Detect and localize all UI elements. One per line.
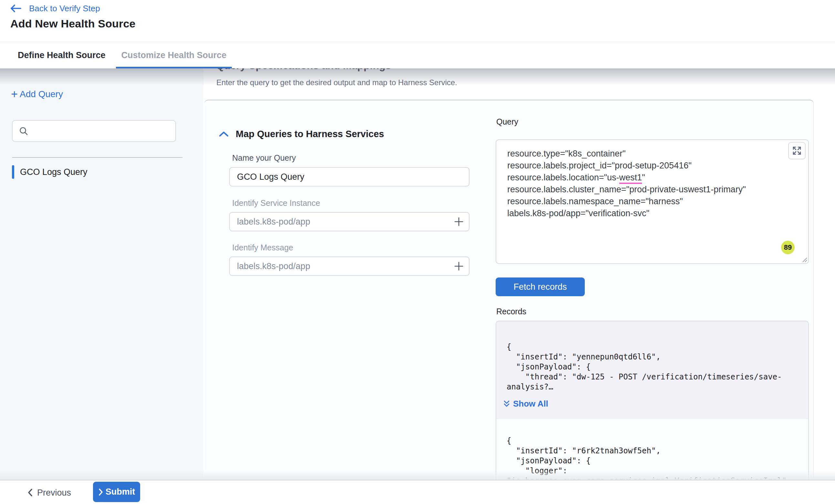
- character-count-badge: 89: [781, 241, 795, 254]
- expand-icon: [792, 146, 801, 155]
- chevron-right-icon: [98, 488, 103, 496]
- query-mapping-card: Map Queries to Harness Services Name you…: [204, 100, 814, 480]
- section-subtitle: Enter the query to get the desired outpu…: [216, 78, 457, 87]
- query-sidebar: + Add Query GCO Logs Query: [0, 68, 203, 480]
- add-message-button[interactable]: [452, 260, 465, 273]
- query-textarea[interactable]: resource.type="k8s_container"resource.la…: [496, 140, 809, 264]
- plus-icon: +: [11, 90, 18, 99]
- page-title: Add New Health Source: [10, 17, 136, 30]
- service-instance-input[interactable]: [229, 212, 469, 231]
- identify-message-label: Identify Message: [232, 243, 293, 252]
- section-title: Query Specifications and Mappings: [216, 68, 391, 71]
- name-query-label: Name your Query: [232, 153, 296, 163]
- arrow-left-icon: [10, 4, 22, 13]
- search-input[interactable]: [33, 121, 175, 141]
- record-1-json: { "insertId": "yennepun0qtd6ll6", "jsonP…: [496, 321, 808, 392]
- records-label: Records: [496, 307, 526, 316]
- show-all-label: Show All: [513, 399, 548, 409]
- main-panel: Query Specifications and Mappings Enter …: [203, 68, 835, 480]
- records-container: { "insertId": "yennepun0qtd6ll6", "jsonP…: [496, 321, 809, 480]
- query-code: resource.type="k8s_container"resource.la…: [496, 140, 808, 219]
- add-service-instance-button[interactable]: [452, 215, 465, 228]
- double-chevron-down-icon: [503, 400, 510, 408]
- sidebar-item-gco-logs-query[interactable]: GCO Logs Query: [12, 165, 87, 179]
- header: Back to Verify Step Add New Health Sourc…: [0, 0, 835, 42]
- identify-message-input[interactable]: [229, 256, 469, 276]
- content-scroll-area: + Add Query GCO Logs Query Query Specifi…: [0, 68, 835, 480]
- back-to-verify-step-link[interactable]: Back to Verify Step: [10, 1, 100, 16]
- query-label: Query: [496, 117, 518, 126]
- header-divider: [0, 42, 835, 42]
- selected-item-bar: [12, 165, 14, 179]
- resize-handle[interactable]: [801, 256, 807, 262]
- tab-bar: Define Health Source Customize Health So…: [0, 42, 835, 68]
- footer: Previous Submit: [0, 481, 835, 504]
- identify-service-instance-label: Identify Service Instance: [232, 198, 320, 208]
- chevron-up-icon: [219, 131, 229, 137]
- query-search-box: [12, 120, 176, 142]
- record-item-1[interactable]: { "insertId": "yennepun0qtd6ll6", "jsonP…: [496, 321, 808, 419]
- submit-button[interactable]: Submit: [93, 482, 140, 502]
- active-tab-underline: [116, 67, 232, 68]
- add-health-source-page: Back to Verify Step Add New Health Sourc…: [0, 0, 835, 504]
- tab-define-health-source[interactable]: Define Health Source: [18, 42, 106, 68]
- scroll-bottom-shadow: [0, 470, 835, 480]
- show-all-link[interactable]: Show All: [503, 399, 548, 409]
- previous-label: Previous: [37, 487, 71, 498]
- tab-customize-label: Customize Health Source: [121, 50, 227, 60]
- collapse-section-button[interactable]: [219, 131, 229, 137]
- submit-label: Submit: [106, 487, 135, 497]
- query-item-label: GCO Logs Query: [20, 167, 87, 177]
- previous-button[interactable]: Previous: [27, 487, 71, 498]
- query-name-input[interactable]: [229, 167, 469, 187]
- back-link-label: Back to Verify Step: [29, 3, 100, 14]
- sidebar-divider: [12, 157, 182, 158]
- chevron-left-icon: [27, 488, 33, 497]
- map-queries-heading: Map Queries to Harness Services: [236, 129, 384, 140]
- expand-query-button[interactable]: [788, 142, 806, 160]
- tab-customize-health-source[interactable]: Customize Health Source: [116, 42, 232, 68]
- add-query-label: Add Query: [20, 89, 63, 99]
- search-icon: [18, 126, 29, 136]
- fetch-records-button[interactable]: Fetch records: [496, 277, 585, 296]
- add-query-button[interactable]: + Add Query: [11, 89, 63, 99]
